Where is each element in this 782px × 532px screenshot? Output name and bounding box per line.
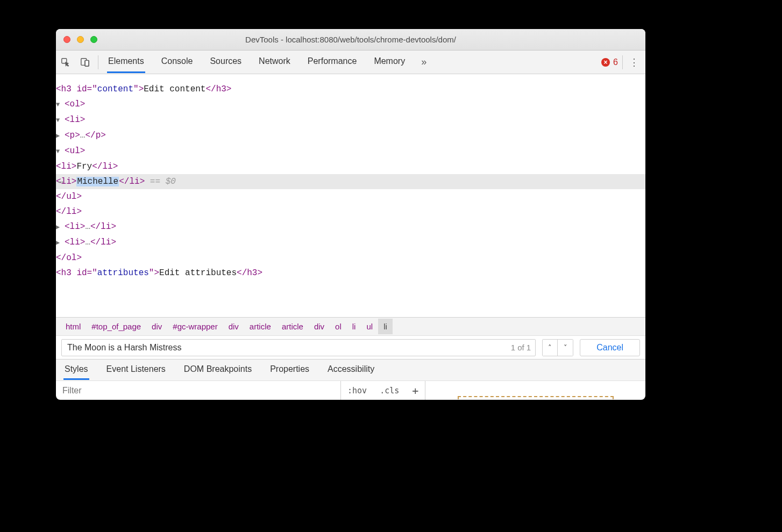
search-next-button[interactable]: ˅ bbox=[558, 340, 573, 356]
dollar-zero-reference: == $0 bbox=[145, 177, 176, 186]
minimize-window-button[interactable] bbox=[77, 36, 84, 43]
search-result-count: 1 of 1 bbox=[507, 343, 536, 352]
titlebar: DevTools - localhost:8080/web/tools/chro… bbox=[56, 29, 645, 51]
error-icon: × bbox=[601, 58, 610, 67]
subtab-event-listeners[interactable]: Event Listeners bbox=[105, 360, 167, 380]
tab-elements[interactable]: Elements bbox=[107, 51, 145, 73]
tab-performance[interactable]: Performance bbox=[307, 51, 358, 73]
more-tabs-button[interactable]: » bbox=[417, 54, 431, 70]
search-cancel-button[interactable]: Cancel bbox=[580, 339, 640, 356]
dom-row[interactable]: <ul> bbox=[56, 143, 645, 159]
search-box: 1 of 1 bbox=[61, 339, 536, 356]
dom-row[interactable]: <li>…</li> bbox=[56, 235, 645, 250]
expand-toggle-icon[interactable] bbox=[56, 128, 63, 143]
svg-rect-2 bbox=[85, 60, 89, 66]
dom-row-partial bbox=[56, 281, 645, 287]
dom-row[interactable]: <h3 id="content">Edit content</h3> bbox=[56, 82, 645, 97]
hov-toggle-button[interactable]: :hov bbox=[341, 381, 373, 400]
panel-tabs: Elements Console Sources Network Perform… bbox=[107, 51, 406, 73]
subtab-dom-breakpoints[interactable]: DOM Breakpoints bbox=[183, 360, 253, 380]
breadcrumb-item[interactable]: #top_of_page bbox=[86, 319, 146, 334]
settings-menu-icon[interactable]: ⋮ bbox=[626, 56, 642, 68]
expand-toggle-icon[interactable] bbox=[56, 97, 63, 112]
tab-sources[interactable]: Sources bbox=[209, 51, 243, 73]
dom-row[interactable]: </ul> bbox=[56, 189, 645, 204]
expand-toggle-icon[interactable] bbox=[56, 144, 63, 159]
expand-toggle-icon[interactable] bbox=[56, 220, 63, 235]
tab-memory[interactable]: Memory bbox=[373, 51, 406, 73]
dom-row[interactable]: <li>…</li> bbox=[56, 219, 645, 235]
styles-filter-input[interactable] bbox=[56, 386, 340, 396]
subtab-styles[interactable]: Styles bbox=[63, 360, 89, 380]
tab-network[interactable]: Network bbox=[258, 51, 292, 73]
breadcrumb-item[interactable]: #gc-wrapper bbox=[167, 319, 223, 334]
find-bar: 1 of 1 ˄ ˅ Cancel bbox=[56, 335, 645, 359]
breadcrumb-item[interactable]: html bbox=[60, 319, 86, 334]
dom-tree[interactable]: <h3 id="content">Edit content</h3> <ol> … bbox=[56, 74, 645, 317]
dom-row[interactable]: <ol> bbox=[56, 97, 645, 112]
dom-text-editing[interactable]: Michelle bbox=[76, 177, 119, 186]
cls-toggle-button[interactable]: .cls bbox=[373, 381, 406, 400]
inspect-element-icon[interactable] bbox=[56, 54, 75, 71]
new-style-rule-button[interactable]: + bbox=[406, 381, 425, 400]
traffic-lights bbox=[63, 36, 97, 43]
subtab-accessibility[interactable]: Accessibility bbox=[326, 360, 375, 380]
dom-breadcrumb: html #top_of_page div #gc-wrapper div ar… bbox=[56, 317, 645, 335]
dom-row[interactable]: <li> bbox=[56, 112, 645, 128]
subtab-properties[interactable]: Properties bbox=[269, 360, 310, 380]
zoom-window-button[interactable] bbox=[90, 36, 97, 43]
dom-row[interactable]: <p>…</p> bbox=[56, 128, 645, 143]
breadcrumb-item[interactable]: article bbox=[276, 319, 309, 334]
breadcrumb-item[interactable]: ul bbox=[361, 319, 378, 334]
error-count-value: 6 bbox=[613, 57, 618, 67]
search-prev-button[interactable]: ˄ bbox=[543, 340, 558, 356]
breadcrumb-item[interactable]: div bbox=[146, 319, 167, 334]
devtools-window: DevTools - localhost:8080/web/tools/chro… bbox=[56, 29, 645, 400]
sidebar-tabs: Styles Event Listeners DOM Breakpoints P… bbox=[56, 359, 645, 380]
dom-row[interactable]: <h3 id="attributes">Edit attributes</h3> bbox=[56, 265, 645, 281]
expand-toggle-icon[interactable] bbox=[56, 235, 63, 250]
toolbar-divider bbox=[622, 55, 623, 69]
breadcrumb-item-current[interactable]: li bbox=[378, 319, 393, 334]
margin-box-fragment bbox=[458, 396, 614, 399]
close-window-button[interactable] bbox=[63, 36, 70, 43]
breadcrumb-item[interactable]: article bbox=[244, 319, 276, 334]
breadcrumb-item[interactable]: ol bbox=[330, 319, 347, 334]
breadcrumb-item[interactable]: div bbox=[223, 319, 244, 334]
styles-filter-box bbox=[56, 381, 341, 400]
styles-filter-row: :hov .cls + bbox=[56, 380, 645, 400]
dom-row[interactable]: </ol> bbox=[56, 250, 645, 265]
tab-console[interactable]: Console bbox=[160, 51, 194, 73]
styles-toolbar-buttons: :hov .cls + bbox=[341, 381, 425, 400]
toolbar-divider bbox=[98, 55, 98, 69]
error-counter[interactable]: × 6 bbox=[601, 57, 618, 67]
box-model-preview bbox=[425, 382, 645, 399]
window-title: DevTools - localhost:8080/web/tools/chro… bbox=[56, 35, 645, 44]
device-toolbar-icon[interactable] bbox=[75, 54, 95, 71]
dom-row[interactable]: </li> bbox=[56, 204, 645, 219]
search-input[interactable] bbox=[62, 343, 507, 353]
dom-row[interactable]: <li>Fry</li> bbox=[56, 159, 645, 174]
devtools-toolbar: Elements Console Sources Network Perform… bbox=[56, 51, 645, 74]
breadcrumb-item[interactable]: div bbox=[309, 319, 330, 334]
breadcrumb-item[interactable]: li bbox=[347, 319, 361, 334]
search-stepper: ˄ ˅ bbox=[542, 339, 573, 356]
dom-row-selected[interactable]: <li>Michelle</li> == $0 bbox=[56, 174, 645, 189]
dom-row-partial bbox=[56, 74, 645, 82]
expand-toggle-icon[interactable] bbox=[56, 113, 63, 128]
